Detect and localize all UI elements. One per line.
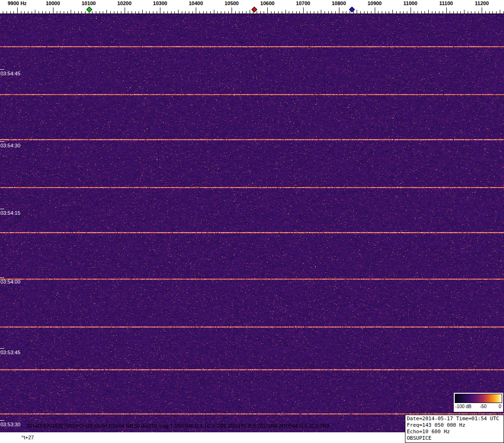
time-label: 03:54:15 bbox=[0, 210, 20, 216]
ruler-tick bbox=[157, 11, 157, 13]
info-echo-line: Echo=10 600 Hz bbox=[407, 429, 502, 435]
ruler-tick bbox=[339, 7, 339, 13]
ruler-tick bbox=[318, 11, 318, 13]
ruler-tick bbox=[421, 11, 422, 13]
ruler-tick bbox=[221, 11, 221, 13]
ruler-tick bbox=[504, 11, 504, 13]
ruler-tick bbox=[196, 7, 196, 13]
ruler-tick bbox=[35, 10, 35, 13]
time-tick bbox=[0, 348, 4, 349]
ruler-tick bbox=[264, 11, 264, 13]
ruler-tick bbox=[460, 11, 461, 13]
ruler-tick bbox=[496, 11, 497, 13]
freq-tick-label: 10400 bbox=[189, 0, 203, 6]
ruler-tick bbox=[206, 11, 207, 13]
spectrogram-waterfall bbox=[0, 14, 504, 432]
ruler-tick bbox=[424, 11, 425, 13]
ruler-tick bbox=[117, 11, 118, 13]
ruler-tick bbox=[57, 11, 57, 13]
ruler-tick bbox=[332, 11, 332, 13]
ruler-tick bbox=[46, 11, 46, 13]
ruler-tick bbox=[164, 11, 164, 13]
ruler-tick bbox=[60, 11, 60, 13]
legend-mid-label: -50 bbox=[480, 404, 486, 409]
ruler-tick bbox=[85, 11, 86, 13]
ruler-tick bbox=[314, 11, 314, 13]
ruler-tick bbox=[81, 11, 82, 13]
ruler-tick bbox=[121, 11, 121, 13]
ruler-tick bbox=[367, 11, 368, 13]
ruler-tick bbox=[142, 10, 143, 13]
ruler-tick bbox=[482, 7, 482, 13]
ruler-tick bbox=[385, 11, 386, 13]
ruler-tick bbox=[307, 11, 307, 13]
freq-tick-label: 10800 bbox=[332, 0, 346, 6]
freq-tick-label: 10600 bbox=[260, 0, 275, 6]
ruler-tick bbox=[464, 10, 464, 13]
ruler-tick bbox=[250, 10, 250, 13]
green-diamond-marker-icon[interactable] bbox=[86, 7, 93, 13]
ruler-tick bbox=[321, 10, 321, 13]
ruler-tick bbox=[242, 11, 243, 13]
ruler-tick bbox=[171, 11, 172, 13]
freq-tick-label: 10000 bbox=[46, 0, 60, 6]
meteor-spectrogram-app: 9900 Hz100001010010200103001040010500106… bbox=[0, 0, 504, 443]
ruler-tick bbox=[296, 11, 297, 13]
ruler-tick bbox=[135, 11, 136, 13]
ruler-tick bbox=[3, 11, 3, 13]
ruler-tick bbox=[278, 11, 279, 13]
ruler-tick bbox=[257, 11, 257, 13]
ruler-tick bbox=[114, 11, 114, 13]
ruler-tick bbox=[450, 11, 450, 13]
ruler-tick bbox=[346, 11, 346, 13]
ruler-tick bbox=[160, 7, 160, 13]
ruler-tick bbox=[335, 11, 336, 13]
detection-annotation: 20140517015327068 hCnt22 nb-80 f10604 hi… bbox=[27, 423, 329, 429]
ruler-tick bbox=[343, 11, 343, 13]
time-tick bbox=[0, 278, 4, 278]
ruler-tick bbox=[389, 11, 389, 13]
ruler-tick bbox=[128, 11, 128, 13]
info-station-line: OBSUPICE bbox=[407, 435, 502, 442]
ruler-tick bbox=[489, 11, 490, 13]
ruler-tick bbox=[378, 11, 378, 13]
ruler-tick bbox=[375, 7, 375, 13]
freq-tick-label: 10700 bbox=[296, 0, 311, 6]
color-scale-labels: -100 dB -50 0 bbox=[455, 403, 502, 410]
ruler-tick bbox=[285, 10, 286, 13]
time-tick bbox=[0, 141, 4, 142]
ruler-tick bbox=[271, 11, 272, 13]
ruler-tick bbox=[39, 11, 39, 13]
ruler-tick bbox=[125, 7, 125, 13]
freq-tick-label: 10200 bbox=[117, 0, 132, 6]
freq-tick-label: 10500 bbox=[225, 0, 239, 6]
ruler-tick bbox=[500, 10, 500, 13]
ruler-tick bbox=[10, 11, 11, 13]
ruler-tick bbox=[468, 11, 468, 13]
freq-tick-label: 11200 bbox=[475, 0, 489, 6]
info-freq-line: Freq=143 050 000 Hz bbox=[407, 422, 502, 429]
ruler-tick bbox=[260, 11, 261, 13]
ruler-tick bbox=[103, 11, 103, 13]
freq-tick-label: 10900 bbox=[367, 0, 382, 6]
ruler-tick bbox=[28, 11, 28, 13]
ruler-tick bbox=[274, 11, 275, 13]
ruler-tick bbox=[267, 7, 268, 13]
ruler-tick bbox=[357, 10, 357, 13]
ruler-tick bbox=[185, 11, 186, 13]
ruler-tick bbox=[439, 11, 439, 13]
ruler-tick bbox=[139, 11, 139, 13]
ruler-tick bbox=[475, 11, 475, 13]
ruler-tick bbox=[289, 11, 289, 13]
ruler-tick bbox=[350, 11, 350, 13]
ruler-tick bbox=[478, 11, 479, 13]
freq-tick-label: 10300 bbox=[153, 0, 167, 6]
time-tick bbox=[0, 420, 4, 421]
time-tick bbox=[0, 69, 4, 70]
ruler-tick bbox=[325, 11, 325, 13]
ruler-tick bbox=[7, 11, 7, 13]
time-label: 03:53:30 bbox=[0, 422, 20, 427]
ruler-tick bbox=[282, 11, 282, 13]
ruler-tick bbox=[292, 11, 293, 13]
ruler-tick bbox=[182, 11, 182, 13]
